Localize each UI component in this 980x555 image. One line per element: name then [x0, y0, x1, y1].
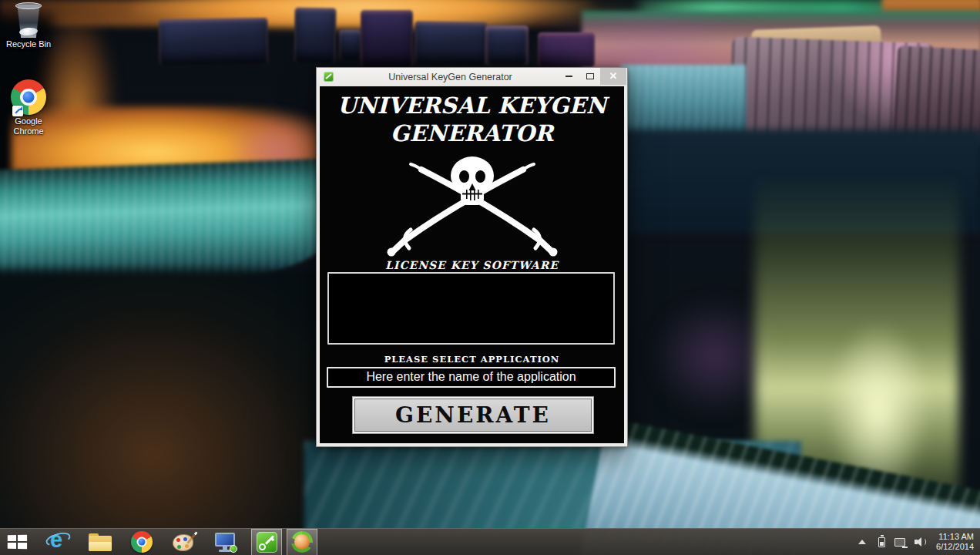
clock-time: 11:13 AM [936, 532, 974, 542]
internet-explorer-icon: e [47, 530, 70, 553]
app-title-line2: GENERATOR [320, 120, 624, 146]
wallpaper-stone [294, 8, 336, 64]
chrome-icon [131, 531, 153, 553]
volume-icon[interactable] [915, 536, 927, 547]
taskbar-item-universal-keygen[interactable] [251, 529, 282, 555]
computer-monitor-icon [214, 532, 236, 552]
clock-date: 6/12/2014 [936, 542, 974, 552]
taskbar-item-google-chrome[interactable] [126, 529, 157, 555]
system-tray: 11:13 AM 6/12/2014 [858, 529, 980, 555]
window-title: Universal KeyGen Generator [347, 68, 553, 86]
paint-palette-icon [173, 533, 194, 552]
recycle-bin-icon [15, 2, 42, 38]
key-output-box[interactable] [327, 272, 615, 345]
wallpaper-stone [339, 29, 362, 60]
app-icon [324, 72, 334, 82]
desktop-icon-google-chrome[interactable]: Google Chrome [0, 79, 57, 136]
taskbar-item-internet-explorer[interactable]: e [43, 529, 74, 555]
taskbar-item-file-explorer[interactable] [85, 529, 116, 555]
wallpaper-stone [485, 25, 529, 66]
app-title-line1: UNIVERSAL KEYGEN [320, 92, 624, 119]
desktop-icon-label: Google Chrome [0, 116, 57, 136]
keygen-client-area: UNIVERSAL KEYGEN GENERATOR [320, 86, 624, 443]
minimize-icon [566, 76, 572, 77]
tagline: LICENSE KEY SOFTWARE [320, 259, 624, 271]
select-application-label: PLEASE SELECT APPLICATION [320, 354, 624, 365]
shortcut-arrow-icon [12, 106, 23, 116]
maximize-button[interactable] [579, 68, 600, 85]
show-hidden-icons-icon[interactable] [858, 540, 866, 544]
clock[interactable]: 11:13 AM 6/12/2014 [936, 532, 974, 552]
maximize-icon [586, 73, 594, 79]
wallpaper-stone [361, 10, 413, 67]
desktop-icon-recycle-bin[interactable]: Recycle Bin [0, 2, 57, 49]
battery-icon[interactable] [878, 537, 885, 547]
minimize-button[interactable] [559, 68, 579, 85]
taskbar: e [0, 528, 980, 555]
idm-download-icon [291, 531, 313, 553]
chrome-icon [11, 79, 46, 115]
taskbar-item-paint[interactable] [168, 529, 199, 555]
window-controls: ✕ [559, 68, 626, 86]
generate-button[interactable]: GENERATE [353, 397, 593, 433]
desktop: Recycle Bin Google Chrome Universal KeyG… [0, 0, 980, 555]
keygen-key-icon [257, 532, 277, 553]
application-name-input[interactable] [327, 367, 616, 388]
titlebar[interactable]: Universal KeyGen Generator ✕ [317, 68, 627, 86]
windows-logo-icon [8, 535, 27, 549]
wallpaper-stone [414, 21, 488, 66]
close-button[interactable]: ✕ [600, 68, 626, 85]
start-button[interactable] [2, 529, 32, 555]
taskbar-items: e [2, 529, 322, 555]
network-icon[interactable] [894, 538, 905, 547]
keygen-window: Universal KeyGen Generator ✕ UNIVERSAL K… [316, 67, 628, 447]
taskbar-item-my-computer[interactable] [210, 529, 240, 555]
desktop-icon-label: Recycle Bin [0, 39, 57, 49]
recycle-bin-rim [15, 2, 42, 9]
folder-icon [89, 533, 112, 551]
pirate-skull-crossed-swords-logo [381, 150, 563, 257]
taskbar-item-internet-download-manager[interactable] [287, 529, 317, 555]
wallpaper-stone [158, 18, 268, 66]
